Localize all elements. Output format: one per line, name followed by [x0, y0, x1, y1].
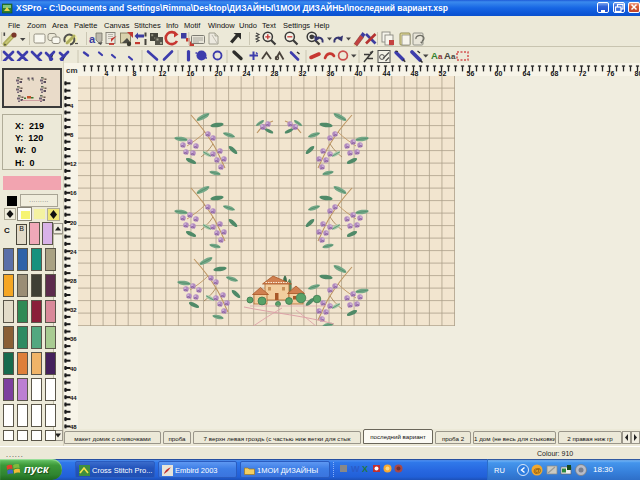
svg-text:40: 40 — [70, 366, 77, 372]
svg-text:56: 56 — [467, 70, 475, 77]
svg-text:36: 36 — [70, 336, 77, 342]
svg-text:@: @ — [533, 466, 541, 475]
svg-text:20: 20 — [70, 220, 77, 226]
svg-text:cm: cm — [66, 66, 78, 75]
svg-text:60: 60 — [495, 70, 503, 77]
svg-text:A: A — [431, 50, 438, 61]
svg-text:28: 28 — [70, 278, 77, 284]
svg-text:32: 32 — [70, 307, 77, 313]
svg-text:24: 24 — [70, 249, 77, 255]
svg-text:12: 12 — [70, 161, 77, 167]
svg-text:16: 16 — [70, 190, 77, 196]
svg-text:a: a — [451, 52, 456, 61]
svg-text:A: A — [444, 50, 451, 61]
svg-text:44: 44 — [70, 395, 77, 401]
svg-text:76: 76 — [607, 70, 615, 77]
svg-text:80: 80 — [635, 70, 640, 77]
svg-text:W: W — [351, 464, 360, 474]
svg-text:64: 64 — [523, 70, 531, 77]
svg-text:a: a — [438, 52, 443, 61]
svg-text:72: 72 — [579, 70, 587, 77]
svg-text:X: X — [362, 464, 368, 474]
svg-text:a: a — [89, 33, 96, 45]
svg-text:68: 68 — [551, 70, 559, 77]
